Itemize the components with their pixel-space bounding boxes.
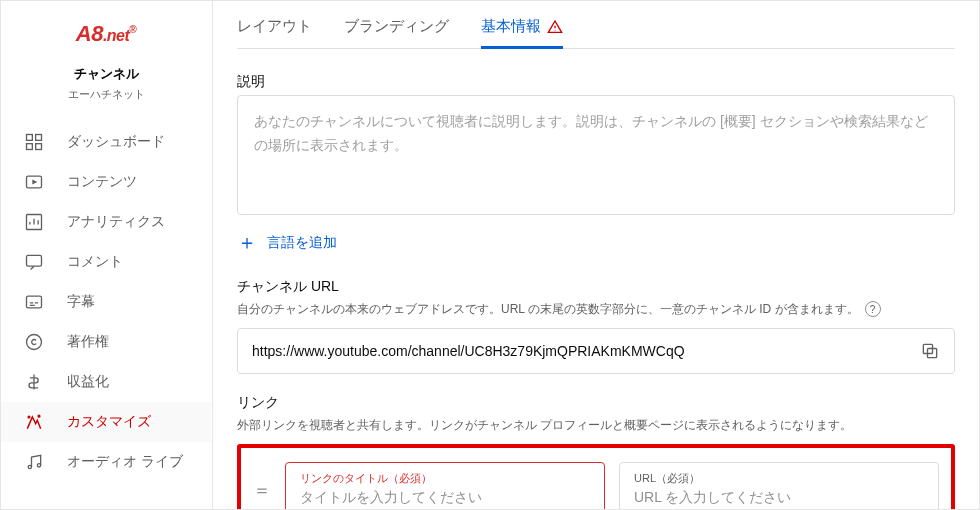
- channel-url-value: https://www.youtube.com/channel/UC8H3z79…: [252, 343, 685, 359]
- help-icon[interactable]: ?: [865, 301, 881, 317]
- content-icon: [23, 172, 45, 192]
- sidebar-item-monetization[interactable]: 収益化: [1, 362, 211, 402]
- sidebar-item-audio[interactable]: オーディオ ライブ: [1, 442, 211, 482]
- link-url-label: URL（必須）: [634, 471, 924, 486]
- svg-rect-8: [27, 296, 42, 308]
- svg-point-11: [38, 415, 40, 417]
- sidebar-item-analytics[interactable]: アナリティクス: [1, 202, 211, 242]
- sidebar-item-label: コンテンツ: [67, 173, 137, 191]
- svg-marker-5: [32, 180, 37, 185]
- link-row-highlighted: ＝ リンクのタイトル（必須） タイトルを入力してください URL（必須） URL…: [237, 444, 955, 509]
- sidebar-item-customize[interactable]: カスタマイズ: [1, 402, 211, 442]
- svg-rect-3: [36, 144, 42, 150]
- sidebar-item-content[interactable]: コンテンツ: [1, 162, 211, 202]
- description-textarea[interactable]: あなたのチャンネルについて視聴者に説明します。説明は、チャンネルの [概要] セ…: [237, 95, 955, 215]
- add-language-button[interactable]: ＋ 言語を追加: [237, 229, 955, 256]
- tabs: レイアウト ブランディング 基本情報: [237, 1, 955, 49]
- channel-name: エーハチネット: [1, 87, 211, 102]
- svg-point-12: [28, 465, 31, 468]
- main-content: レイアウト ブランディング 基本情報 説明 あなたのチャンネルについて視聴者に説…: [212, 1, 979, 509]
- sidebar-item-copyright[interactable]: 著作権: [1, 322, 211, 362]
- subtitles-icon: [23, 292, 45, 312]
- sidebar-item-dashboard[interactable]: ダッシュボード: [1, 122, 211, 162]
- section-links: リンク 外部リンクを視聴者と共有します。リンクがチャンネル プロフィールと概要ペ…: [237, 394, 955, 509]
- brand-logo: A8.net®: [1, 21, 211, 47]
- tab-branding[interactable]: ブランディング: [344, 17, 449, 48]
- sidebar: A8.net® チャンネル エーハチネット ダッシュボード コンテンツ アナリテ…: [1, 1, 211, 509]
- svg-rect-7: [27, 255, 42, 266]
- copy-icon[interactable]: [920, 341, 940, 361]
- description-title: 説明: [237, 73, 955, 91]
- svg-point-9: [27, 335, 42, 350]
- svg-point-13: [37, 464, 40, 467]
- app-frame: A8.net® チャンネル エーハチネット ダッシュボード コンテンツ アナリテ…: [0, 0, 980, 510]
- link-url-field[interactable]: URL（必須） URL を入力してください: [619, 462, 939, 509]
- sidebar-item-subtitles[interactable]: 字幕: [1, 282, 211, 322]
- channel-url-field[interactable]: https://www.youtube.com/channel/UC8H3z79…: [237, 328, 955, 374]
- logo-net: net: [107, 27, 130, 44]
- svg-rect-1: [36, 135, 42, 141]
- copyright-icon: [23, 332, 45, 352]
- link-title-label: リンクのタイトル（必須）: [300, 471, 590, 486]
- tab-basic-info[interactable]: 基本情報: [481, 17, 563, 49]
- link-url-placeholder: URL を入力してください: [634, 489, 924, 507]
- plus-icon: ＋: [237, 229, 257, 256]
- sidebar-item-label: コメント: [67, 253, 123, 271]
- sidebar-item-label: 著作権: [67, 333, 109, 351]
- add-language-label: 言語を追加: [267, 234, 337, 252]
- sidebar-item-comments[interactable]: コメント: [1, 242, 211, 282]
- sidebar-item-label: ダッシュボード: [67, 133, 165, 151]
- tab-layout[interactable]: レイアウト: [237, 17, 312, 48]
- customize-icon: [23, 412, 45, 432]
- dashboard-icon: [23, 132, 45, 152]
- links-title: リンク: [237, 394, 955, 412]
- comments-icon: [23, 252, 45, 272]
- monetization-icon: [23, 372, 45, 392]
- svg-rect-0: [27, 135, 33, 141]
- channel-label: チャンネル: [1, 65, 211, 83]
- sidebar-item-label: 収益化: [67, 373, 109, 391]
- section-channel-url: チャンネル URL 自分のチャンネルの本来のウェブアドレスです。URL の末尾の…: [237, 278, 955, 374]
- drag-handle-icon[interactable]: ＝: [253, 478, 271, 502]
- link-title-field[interactable]: リンクのタイトル（必須） タイトルを入力してください: [285, 462, 605, 509]
- sidebar-item-label: カスタマイズ: [67, 413, 151, 431]
- section-description: 説明 あなたのチャンネルについて視聴者に説明します。説明は、チャンネルの [概要…: [237, 73, 955, 256]
- svg-point-10: [28, 416, 30, 418]
- analytics-icon: [23, 212, 45, 232]
- logo-a8: A8: [76, 21, 103, 46]
- link-title-placeholder: タイトルを入力してください: [300, 489, 590, 507]
- channel-url-help: 自分のチャンネルの本来のウェブアドレスです。URL の末尾の英数字部分に、一意の…: [237, 300, 955, 318]
- audio-icon: [23, 452, 45, 472]
- links-help: 外部リンクを視聴者と共有します。リンクがチャンネル プロフィールと概要ページに表…: [237, 416, 955, 434]
- sidebar-item-label: 字幕: [67, 293, 95, 311]
- warning-icon: [547, 19, 563, 35]
- channel-url-title: チャンネル URL: [237, 278, 955, 296]
- sidebar-item-label: アナリティクス: [67, 213, 165, 231]
- sidebar-item-label: オーディオ ライブ: [67, 453, 183, 471]
- svg-rect-2: [27, 144, 33, 150]
